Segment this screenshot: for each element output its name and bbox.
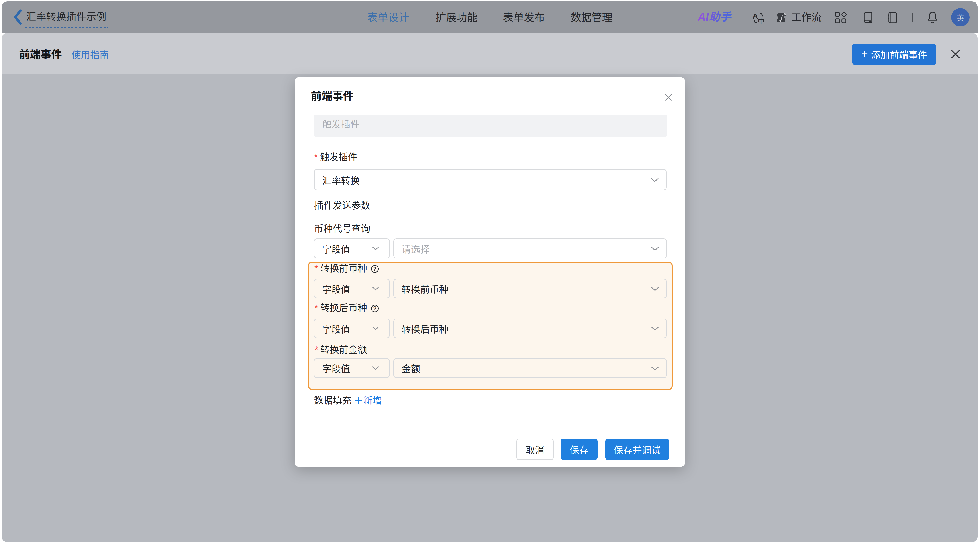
svg-text:A: A xyxy=(752,13,758,20)
svg-text:中: 中 xyxy=(758,17,764,24)
svg-text:?: ? xyxy=(373,305,377,311)
svg-text:?: ? xyxy=(373,265,377,272)
